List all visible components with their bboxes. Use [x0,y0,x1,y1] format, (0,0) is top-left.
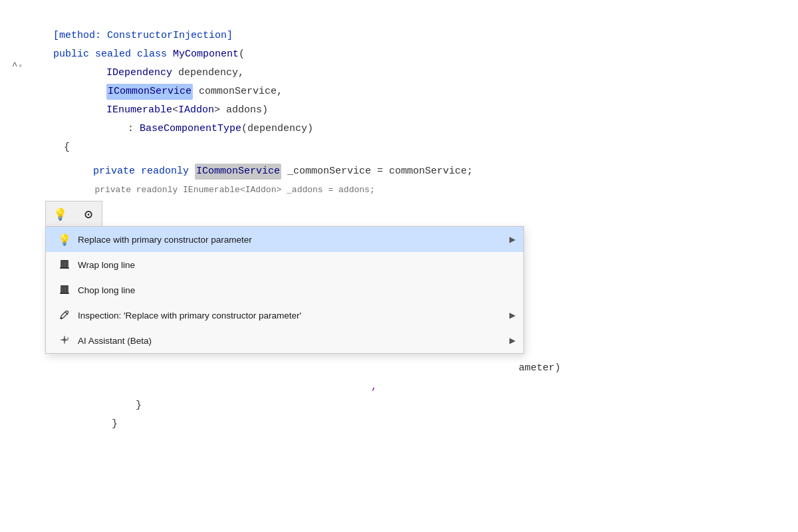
svg-rect-5 [66,262,67,268]
svg-rect-4 [65,262,66,268]
code-line-5: IEnumerable<IAddon> addons) [53,101,798,120]
svg-point-16 [61,317,63,319]
bulb-toolbar-icon: 💡 [53,207,67,221]
svg-rect-10 [62,287,63,293]
quick-fix-toolbar[interactable]: 💡 ⊙ [45,201,102,227]
svg-rect-7 [60,267,69,269]
broom-wrap-icon [55,259,74,271]
code-footer-line-2: , [53,378,798,396]
code-line-10: private readonly IEnumerable<IAddon> _ad… [53,181,798,200]
svg-rect-8 [61,285,68,287]
menu-item-replace-param-arrow: ▶ [509,235,515,244]
menu-item-chop-long[interactable]: Chop long line [46,277,523,303]
code-footer-line-1: ameter) [53,359,798,378]
menu-item-wrap-long-label: Wrap long line [78,260,514,270]
svg-rect-12 [65,287,66,293]
sparkle-icon [55,334,74,346]
menu-item-wrap-long[interactable]: Wrap long line [46,252,523,277]
search-toolbar-button[interactable]: ⊙ [74,201,102,227]
menu-item-ai-assistant[interactable]: AI Assistant (Beta) ▶ [46,328,523,353]
code-line-6: : BaseComponentType(dependency) [53,120,798,138]
menu-item-inspection-arrow: ▶ [509,311,515,320]
code-line-1: [method: ConstructorInjection] [53,27,798,45]
menu-item-chop-long-label: Chop long line [78,285,514,295]
menu-item-ai-label: AI Assistant (Beta) [78,336,514,346]
svg-rect-2 [62,262,63,268]
code-line-3: IDependency dependency, [53,64,798,82]
svg-rect-13 [66,287,67,293]
menu-item-replace-param[interactable]: 💡 Replace with primary constructor param… [46,227,523,252]
code-line-4: ICommonService commonService, [53,82,798,101]
svg-rect-3 [63,262,65,268]
svg-rect-1 [61,262,62,268]
bulb-toolbar-button[interactable]: 💡 [46,201,74,227]
svg-rect-11 [63,287,65,293]
menu-item-inspection-label: Inspection: 'Replace with primary constr… [78,311,514,321]
broom-chop-icon [55,284,74,296]
code-line-7: { [53,138,798,157]
code-footer-line-3: } [53,396,798,415]
search-toolbar-icon: ⊙ [84,208,92,221]
svg-rect-14 [67,287,68,293]
menu-item-replace-param-label: Replace with primary constructor paramet… [78,235,514,245]
menu-item-inspection[interactable]: Inspection: 'Replace with primary constr… [46,303,523,328]
context-menu: 💡 Replace with primary constructor param… [45,226,524,354]
svg-rect-6 [67,262,68,268]
svg-rect-0 [61,260,68,262]
code-line-9: private readonly ICommonService _commonS… [53,162,798,181]
bulb-menu-icon: 💡 [55,233,74,246]
code-footer-line-4: } [53,415,798,434]
wrench-icon [55,309,74,321]
svg-rect-15 [60,293,69,294]
code-footer: ameter) , } } [53,359,798,434]
svg-rect-9 [61,287,62,293]
code-line-2: public sealed class MyComponent( [53,45,798,64]
gutter-icon: ^◦ [12,59,23,73]
menu-item-ai-arrow: ▶ [509,336,515,345]
